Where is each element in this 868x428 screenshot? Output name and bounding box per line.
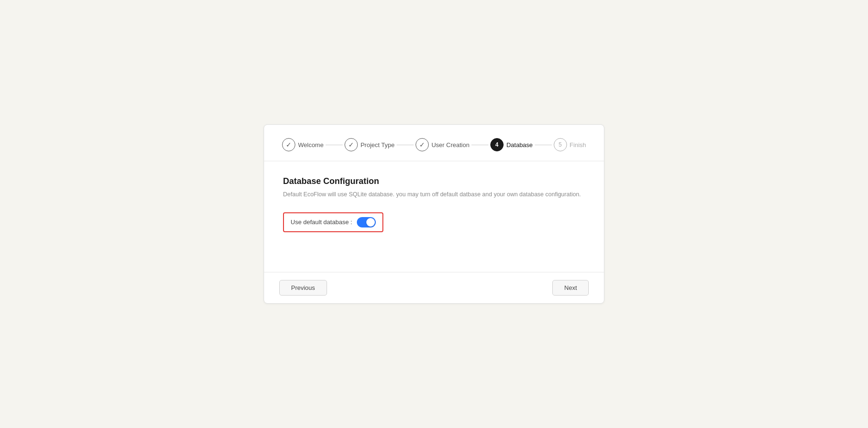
step-database-number: 4	[496, 141, 499, 148]
content-area: Database Configuration Default EcoFlow w…	[264, 161, 604, 244]
connector-1	[326, 145, 343, 145]
previous-button[interactable]: Previous	[279, 280, 327, 296]
toggle-row: Use default database :	[283, 212, 383, 232]
next-button[interactable]: Next	[552, 280, 589, 296]
step-welcome: ✓ Welcome	[282, 138, 324, 151]
step-finish-circle: 5	[554, 138, 567, 151]
step-project-type: ✓ Project Type	[345, 138, 395, 151]
section-description: Default EcoFlow will use SQLite database…	[283, 190, 585, 199]
toggle-track	[357, 217, 376, 227]
step-project-type-label: Project Type	[361, 141, 395, 148]
step-user-creation-label: User Creation	[432, 141, 469, 148]
step-user-creation: ✓ User Creation	[416, 138, 469, 151]
connector-3	[471, 145, 488, 145]
step-project-type-circle: ✓	[345, 138, 358, 151]
toggle-label: Use default database :	[291, 218, 352, 226]
step-database-label: Database	[506, 141, 533, 148]
step-project-type-check: ✓	[348, 141, 354, 148]
step-database: 4 Database	[490, 138, 533, 151]
step-finish-label: Finish	[570, 141, 586, 148]
step-welcome-circle: ✓	[282, 138, 295, 151]
connector-4	[535, 145, 552, 145]
section-title: Database Configuration	[283, 176, 585, 186]
connector-2	[397, 145, 414, 145]
step-welcome-check: ✓	[286, 141, 292, 148]
wizard-card: ✓ Welcome ✓ Project Type ✓ User Creation…	[264, 124, 604, 304]
steps-header: ✓ Welcome ✓ Project Type ✓ User Creation…	[264, 125, 604, 161]
step-user-creation-check: ✓	[419, 141, 425, 148]
step-welcome-label: Welcome	[298, 141, 324, 148]
step-finish-number: 5	[558, 141, 562, 148]
footer-actions: Previous Next	[264, 272, 604, 303]
use-default-database-toggle[interactable]	[357, 217, 376, 227]
step-finish: 5 Finish	[554, 138, 586, 151]
toggle-thumb	[366, 218, 375, 227]
step-user-creation-circle: ✓	[416, 138, 429, 151]
step-database-circle: 4	[490, 138, 504, 151]
